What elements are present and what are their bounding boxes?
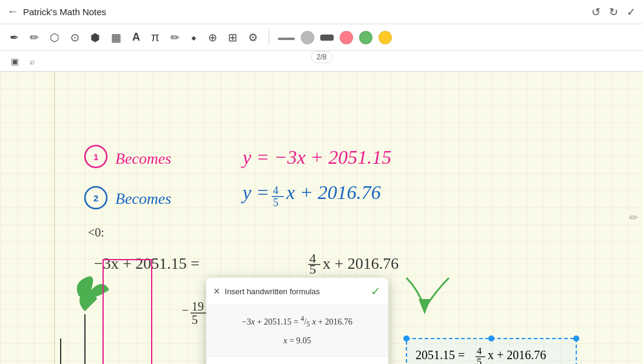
popup-formula-display: −3x + 2051.15 = 4/5 x + 2016.76 x = 9.05: [206, 305, 388, 356]
svg-text:<0:: <0:: [88, 226, 104, 239]
svg-text:Becomes: Becomes: [115, 190, 171, 207]
svg-marker-24: [419, 299, 431, 314]
image-icon[interactable]: ▦: [109, 29, 124, 47]
svg-text:4: 4: [477, 346, 482, 356]
formula-popup: × Insert handwritten formulas ✓ −3x + 20…: [206, 278, 388, 364]
paint-icon[interactable]: ⬥: [188, 29, 200, 46]
pink-color-btn[interactable]: [340, 31, 353, 44]
check-button[interactable]: ✓: [627, 5, 636, 19]
svg-point-33: [573, 335, 579, 342]
math-icon[interactable]: π: [149, 28, 162, 47]
dark-rect-btn[interactable]: [320, 35, 334, 41]
svg-text:−3x + 2051.15 =: −3x + 2051.15 =: [94, 255, 200, 272]
zoom-icon[interactable]: ⊕: [206, 29, 220, 47]
pencil-icon[interactable]: ✏: [27, 29, 41, 47]
svg-text:2051.15 =: 2051.15 =: [416, 348, 465, 362]
popup-eraser-icon[interactable]: ◇: [374, 362, 381, 364]
back-button[interactable]: ←: [7, 5, 18, 18]
main-toolbar: ✒ ✏ ⬡ ⊙ ⬢ ▦ A π ✏ ⬥ ⊕ ⊞ ⚙: [0, 24, 643, 51]
svg-text:4: 4: [273, 184, 278, 197]
svg-text:5: 5: [309, 261, 316, 277]
pen-icon[interactable]: ✒: [7, 29, 21, 47]
popup-formula-line2: x = 9.05: [216, 333, 379, 348]
page-indicator: 2/8: [311, 51, 332, 63]
popup-formula-line1: −3x + 2051.15 = 4/5 x + 2016.76: [216, 312, 379, 331]
svg-text:y = −3x + 2051.15: y = −3x + 2051.15: [241, 146, 391, 168]
frame-button[interactable]: ▣: [7, 55, 22, 67]
popup-close-button[interactable]: ×: [214, 285, 220, 298]
settings-icon[interactable]: ⚙: [246, 29, 260, 47]
popup-title: Insert handwritten formulas: [225, 287, 320, 296]
header-right: ↺ ↻ ✓: [591, 5, 636, 19]
highlight-icon[interactable]: ✏: [168, 29, 182, 47]
svg-text:5: 5: [192, 313, 198, 326]
yellow-color-btn[interactable]: [379, 31, 392, 44]
canvas-area[interactable]: 1 Becomes y = −3x + 2051.15 2 Becomes y …: [0, 72, 643, 364]
green-color-btn[interactable]: [359, 31, 372, 44]
popup-write-area: Write formulas here ↺ ↻ ◇: [206, 356, 388, 364]
svg-text:19: 19: [192, 300, 204, 313]
lasso-icon[interactable]: ⊙: [68, 29, 82, 47]
header-left: ← Patrick's Math Notes: [7, 5, 106, 18]
svg-text:Becomes: Becomes: [115, 150, 171, 167]
toolbar-separator: [269, 30, 269, 45]
svg-rect-29: [103, 260, 152, 364]
app-header: ← Patrick's Math Notes ↺ ↻ ✓: [0, 0, 643, 24]
svg-text:x + 2016.76: x + 2016.76: [488, 348, 546, 362]
edge-pen-icon[interactable]: ✏: [629, 211, 638, 224]
line-color-btn[interactable]: [278, 38, 295, 40]
svg-text:5: 5: [477, 357, 482, 364]
svg-text:5: 5: [273, 197, 278, 209]
gray-circle-btn[interactable]: [301, 31, 314, 44]
svg-text:x + 2016.76: x + 2016.76: [323, 255, 399, 272]
popup-header: × Insert handwritten formulas ✓: [206, 278, 388, 305]
svg-text:x + 2016.76: x + 2016.76: [286, 181, 381, 203]
popup-check-button[interactable]: ✓: [371, 284, 381, 298]
popup-undo-icon[interactable]: ↺: [348, 362, 356, 364]
popup-header-left: × Insert handwritten formulas: [214, 285, 320, 298]
text-icon[interactable]: A: [130, 29, 143, 46]
redo-button[interactable]: ↻: [609, 5, 618, 19]
svg-point-31: [403, 335, 409, 342]
popup-redo-icon[interactable]: ↻: [361, 362, 369, 364]
page-title: Patrick's Math Notes: [23, 7, 106, 17]
eraser-icon[interactable]: ⬡: [47, 29, 62, 47]
svg-text:2: 2: [93, 193, 98, 203]
search-button[interactable]: ⌕: [26, 55, 38, 67]
undo-button[interactable]: ↺: [591, 5, 601, 19]
svg-text:1: 1: [93, 152, 98, 162]
svg-point-32: [488, 335, 494, 342]
svg-text:y =: y =: [241, 181, 269, 203]
plus-icon[interactable]: ⊞: [226, 29, 240, 47]
shapes-icon[interactable]: ⬢: [88, 29, 103, 47]
svg-text:−: −: [182, 303, 189, 317]
